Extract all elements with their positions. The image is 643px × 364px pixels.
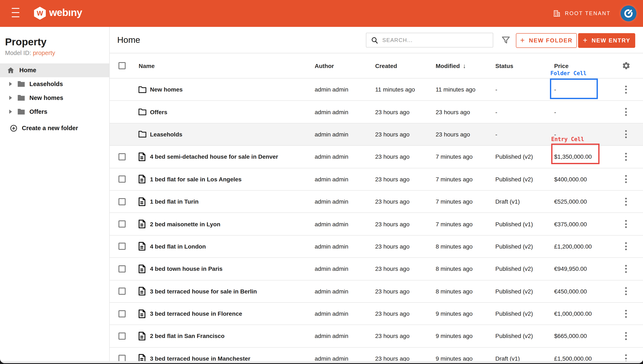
table-row-folder[interactable]: Offers admin admin 23 hours ago 23 hours… (110, 101, 643, 124)
kebab-menu-icon[interactable] (623, 168, 629, 190)
table-row-folder[interactable]: Leaseholds admin admin 23 hours ago 23 h… (110, 124, 643, 146)
cell-name[interactable]: 2 bed flat in San Francisco (150, 325, 225, 347)
cell-name[interactable]: Leaseholds (150, 124, 182, 146)
cell-name[interactable]: 3 bed terraced house in Florence (150, 303, 242, 325)
table-row-entry[interactable]: 2 bed maisonette in Lyon admin admin 23 … (110, 213, 643, 236)
sort-desc-arrow[interactable]: ↓ (463, 62, 466, 69)
cell-name[interactable]: 3 bed terraced house in Manchester (150, 348, 250, 363)
cell-author: admin admin (315, 303, 348, 325)
row-checkbox[interactable] (119, 265, 126, 272)
cell-price: $665,000.00 (554, 325, 587, 347)
kebab-menu-icon[interactable] (623, 146, 629, 168)
browser-app-window: W webıny ROOT TENANT Property Model ID: (0, 0, 643, 363)
sidebar-item-label: Home (19, 67, 36, 74)
cell-name[interactable]: 4 bed flat in London (150, 235, 206, 257)
kebab-menu-icon[interactable] (623, 213, 629, 235)
sidebar-folder-item[interactable]: New homes (0, 91, 109, 105)
cell-price: €525,000.00 (554, 190, 587, 213)
row-checkbox[interactable] (119, 332, 126, 340)
cell-author: admin admin (315, 213, 348, 235)
kebab-menu-icon[interactable] (623, 258, 629, 280)
cell-status: Published (v2) (495, 168, 533, 190)
tenant-selector[interactable]: ROOT TENANT (553, 0, 611, 27)
sidebar-item-home[interactable]: Home (0, 63, 109, 77)
create-folder-button[interactable]: Create a new folder (0, 124, 109, 132)
table-row-entry[interactable]: 4 bed flat in London admin admin 23 hour… (110, 235, 643, 258)
column-header-created[interactable]: Created (375, 53, 397, 78)
cell-modified: 7 minutes ago (436, 213, 473, 235)
search-input[interactable] (382, 33, 493, 47)
user-avatar[interactable] (620, 6, 636, 22)
table-row-entry[interactable]: 3 bed terraced house in Manchester admin… (110, 348, 643, 363)
document-icon (138, 309, 146, 318)
cell-created: 23 hours ago (375, 213, 409, 235)
annotation-entry-cell-box (551, 144, 599, 164)
cell-name[interactable]: 2 bed maisonette in Lyon (150, 213, 220, 235)
row-checkbox[interactable] (119, 288, 126, 295)
webiny-logo[interactable]: W (34, 7, 46, 20)
sidebar-folder-label: Offers (30, 108, 47, 115)
kebab-menu-icon[interactable] (623, 348, 629, 363)
caret-right-icon[interactable] (9, 82, 12, 86)
table-row-entry[interactable]: 2 bed flat in San Francisco admin admin … (110, 325, 643, 348)
new-folder-button[interactable]: + NEW FOLDER (516, 33, 577, 48)
column-header-modified[interactable]: Modified↓ (436, 53, 466, 78)
cell-name[interactable]: 4 bed semi-detached house for sale in De… (150, 146, 278, 168)
sidebar-folder-item[interactable]: Offers (0, 105, 109, 118)
cell-created: 23 hours ago (375, 168, 409, 190)
cell-name[interactable]: Offers (150, 101, 167, 123)
kebab-menu-icon[interactable] (623, 190, 629, 213)
table-row-entry[interactable]: 4 bed town house in Paris admin admin 23… (110, 258, 643, 280)
gear-icon[interactable] (622, 53, 630, 78)
table-row-entry[interactable]: 3 bed terraced house for sale in Berlin … (110, 280, 643, 303)
sidebar-folder-item[interactable]: Leaseholds (0, 77, 109, 91)
menu-icon[interactable] (12, 8, 19, 17)
filter-funnel-icon[interactable] (501, 36, 510, 45)
cell-created: 23 hours ago (375, 303, 409, 325)
cell-price: €949,950.00 (554, 258, 587, 280)
row-checkbox[interactable] (119, 220, 126, 228)
row-checkbox[interactable] (119, 243, 126, 250)
cell-created: 23 hours ago (375, 235, 409, 257)
cell-created: 23 hours ago (375, 190, 409, 213)
column-header-status[interactable]: Status (495, 53, 513, 78)
kebab-menu-icon[interactable] (623, 101, 629, 123)
cell-name[interactable]: 3 bed terraced house for sale in Berlin (150, 280, 257, 302)
kebab-menu-icon[interactable] (623, 303, 629, 325)
column-header-author[interactable]: Author (315, 53, 334, 78)
column-header-name[interactable]: Name (139, 53, 155, 78)
kebab-menu-icon[interactable] (623, 280, 629, 302)
cell-price: - (554, 101, 556, 123)
cell-status: Published (v2) (495, 325, 533, 347)
kebab-menu-icon[interactable] (623, 235, 629, 257)
cell-status: - (495, 101, 497, 123)
cell-name[interactable]: 1 bed flat in Turin (150, 190, 199, 213)
table-row-entry[interactable]: 1 bed flat for sale in Los Angeles admin… (110, 168, 643, 190)
cell-status: Published (v2) (495, 280, 533, 302)
caret-right-icon[interactable] (9, 96, 12, 100)
kebab-menu-icon[interactable] (623, 124, 629, 146)
row-checkbox[interactable] (119, 198, 126, 205)
kebab-menu-icon[interactable] (623, 325, 629, 347)
cell-price: $400,000.00 (554, 168, 587, 190)
cell-modified: 7 minutes ago (436, 168, 473, 190)
row-checkbox[interactable] (119, 153, 126, 160)
caret-right-icon[interactable] (9, 110, 12, 114)
model-id-value[interactable]: property (33, 49, 55, 56)
row-checkbox[interactable] (119, 310, 126, 317)
row-checkbox[interactable] (119, 176, 126, 183)
kebab-menu-icon[interactable] (623, 78, 629, 100)
cell-created: 23 hours ago (375, 124, 409, 146)
table-row-entry[interactable]: 3 bed terraced house in Florence admin a… (110, 303, 643, 325)
plus-circle-icon (10, 124, 18, 132)
entries-table: Name Author Created Modified↓ Status Pri… (110, 53, 643, 363)
search-box (366, 33, 493, 48)
select-all-checkbox[interactable] (119, 62, 126, 69)
cell-name[interactable]: 1 bed flat for sale in Los Angeles (150, 168, 242, 190)
create-folder-label: Create a new folder (22, 125, 78, 132)
cell-name[interactable]: 4 bed town house in Paris (150, 258, 222, 280)
new-entry-button[interactable]: + NEW ENTRY (578, 33, 635, 48)
cell-status: Published (v2) (495, 235, 533, 257)
table-row-entry[interactable]: 1 bed flat in Turin admin admin 23 hours… (110, 190, 643, 213)
cell-name[interactable]: New homes (150, 78, 183, 100)
